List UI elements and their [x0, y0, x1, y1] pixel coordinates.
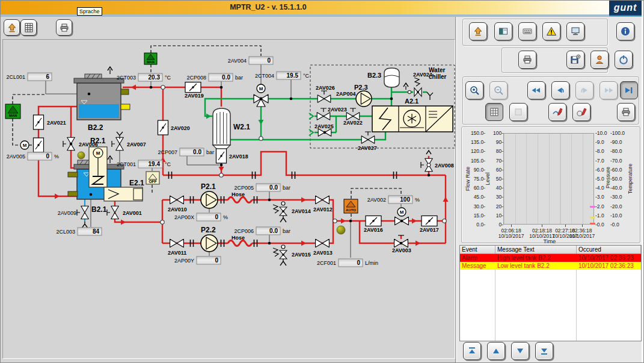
- heater-E2.1[interactable]: [104, 187, 143, 201]
- page-last-button[interactable]: [600, 81, 618, 99]
- chiller-unit-A2.1[interactable]: [372, 106, 453, 132]
- svg-text:2AV004: 2AV004: [228, 58, 247, 64]
- edit-scales-button[interactable]: [572, 103, 590, 121]
- pump-P2.1-label: P2.1: [201, 182, 216, 191]
- svg-text:0: 0: [215, 257, 218, 264]
- keyboard-button[interactable]: [518, 22, 536, 40]
- zoom-out-button[interactable]: [489, 81, 508, 99]
- grid-toggle-button[interactable]: [485, 103, 503, 121]
- valve-2AV021[interactable]: [34, 115, 44, 129]
- print-chart-button[interactable]: [617, 103, 635, 121]
- x-tick-mark: [565, 225, 566, 227]
- valve-label: 2AV026: [316, 85, 335, 91]
- valve-2AV001[interactable]: [107, 206, 118, 219]
- svg-text:6: 6: [46, 73, 49, 80]
- print-button[interactable]: [56, 19, 72, 36]
- go-to-end-button[interactable]: [620, 81, 638, 99]
- manual-control-left[interactable]: MAN: [5, 104, 20, 119]
- valve-2AV017[interactable]: [422, 216, 437, 226]
- exit-power-button[interactable]: [615, 51, 633, 69]
- monitor-button[interactable]: [566, 22, 584, 40]
- pump-P2.2[interactable]: [201, 235, 218, 252]
- valve-label: 2AV001: [123, 210, 142, 216]
- process-screen-button[interactable]: [494, 22, 512, 40]
- home-button[interactable]: [469, 22, 487, 40]
- pump-P2.2-label: P2.2: [201, 226, 216, 234]
- info-button[interactable]: [616, 22, 634, 40]
- axis-tick: 10-: [485, 213, 503, 219]
- display-2AV004[interactable]: 2AV0040: [228, 57, 273, 64]
- heat-exchanger-W2.1[interactable]: [213, 108, 230, 150]
- valve-2AV015-safety[interactable]: [273, 245, 287, 265]
- printer-icon: [59, 22, 70, 33]
- hose-label-1: Hose: [232, 191, 245, 197]
- valve-2AV025[interactable]: [318, 129, 331, 137]
- svg-text:2CP008: 2CP008: [186, 75, 206, 81]
- auto-controller[interactable]: AUTO: [344, 199, 358, 213]
- display-2CL001: 2CL0016: [6, 73, 52, 81]
- event-row[interactable]: AlarmHigh level tank B2.210/10/2017 02:3…: [460, 254, 641, 262]
- svg-text:0: 0: [215, 214, 218, 220]
- scroll-bottom-button[interactable]: [535, 342, 553, 360]
- svg-text:2CT003: 2CT003: [117, 75, 136, 81]
- axis-tick: 50-: [485, 176, 503, 182]
- edit-curves-button[interactable]: [548, 103, 566, 121]
- valve-2AV024[interactable]: [403, 78, 433, 100]
- valve-2AV013[interactable]: [316, 239, 330, 247]
- print-report-button[interactable]: [518, 51, 536, 69]
- display-2AP00Y[interactable]: 2AP00Y0: [174, 256, 221, 264]
- axis-tick: 75.0-: [461, 176, 485, 182]
- axis-tick: 15.0-: [461, 213, 485, 219]
- valve-2AV007[interactable]: [112, 132, 123, 150]
- manual-control-top[interactable]: MAN: [144, 53, 157, 64]
- scroll-up-button[interactable]: [487, 342, 505, 360]
- display-2CF001: 2CF0010L/min: [317, 259, 378, 267]
- hose-2: [228, 241, 252, 246]
- page-first-button[interactable]: [527, 81, 545, 99]
- svg-text:0.0: 0.0: [222, 74, 230, 81]
- user-login-button[interactable]: [590, 51, 609, 69]
- expansion-vessel-B2.3: [384, 68, 399, 87]
- heater-off-button[interactable]: OFF: [146, 172, 159, 184]
- valve-2AV009[interactable]: [77, 206, 88, 228]
- scroll-down-button[interactable]: [511, 342, 529, 360]
- chart-plot-area: [503, 133, 594, 225]
- scroll-top-button[interactable]: [463, 342, 481, 360]
- valve-2AV019[interactable]: [185, 82, 201, 93]
- svg-text:%: %: [54, 154, 59, 160]
- valve-2AV012[interactable]: [316, 196, 330, 203]
- valve-2AV027[interactable]: [361, 132, 375, 143]
- pump-P2.3-label: P2.3: [354, 84, 368, 91]
- blank-toggle-button[interactable]: [509, 103, 527, 121]
- svg-text:%: %: [415, 197, 420, 203]
- open-button[interactable]: [4, 19, 20, 36]
- zoom-in-button[interactable]: [465, 81, 483, 99]
- arrow-to-end-icon: [624, 85, 634, 96]
- indicator-ball: [78, 152, 85, 159]
- save-settings-button[interactable]: [566, 51, 584, 69]
- pump-P2.3[interactable]: [356, 91, 372, 107]
- valve-2AV018[interactable]: [216, 149, 227, 163]
- svg-text:2AP00X: 2AP00X: [174, 214, 194, 220]
- valve-2AV014-safety[interactable]: [273, 202, 287, 222]
- valve-2AV016[interactable]: [366, 216, 381, 226]
- display-2AV002[interactable]: 2AV002100%: [367, 196, 420, 203]
- valve-2AV022[interactable]: [346, 108, 360, 120]
- vessel-B2.3-label: B2.3: [367, 72, 381, 79]
- valve-2AV020[interactable]: [158, 120, 168, 135]
- page-prev-button[interactable]: [551, 81, 569, 99]
- double-right-arrow-icon: [603, 85, 614, 96]
- event-row[interactable]: MessageLow level tank B2.210/10/2017 02:…: [460, 262, 641, 270]
- alarms-button[interactable]: [542, 22, 560, 40]
- pump-P2.1[interactable]: [201, 191, 218, 208]
- valve-2AV010[interactable]: [170, 196, 184, 203]
- page-next-button[interactable]: [575, 81, 593, 99]
- display-2AV005[interactable]: 2AV0050%: [7, 152, 59, 160]
- valve-2AV008[interactable]: [421, 150, 432, 172]
- valve-2AV006[interactable]: [63, 137, 75, 150]
- svg-text:%: %: [223, 214, 228, 220]
- grid-view-button[interactable]: [20, 19, 37, 36]
- valve-2AV026[interactable]: [317, 91, 331, 102]
- valve-2AV011[interactable]: [170, 239, 184, 247]
- display-2AP00X[interactable]: 2AP00X0%: [174, 213, 228, 221]
